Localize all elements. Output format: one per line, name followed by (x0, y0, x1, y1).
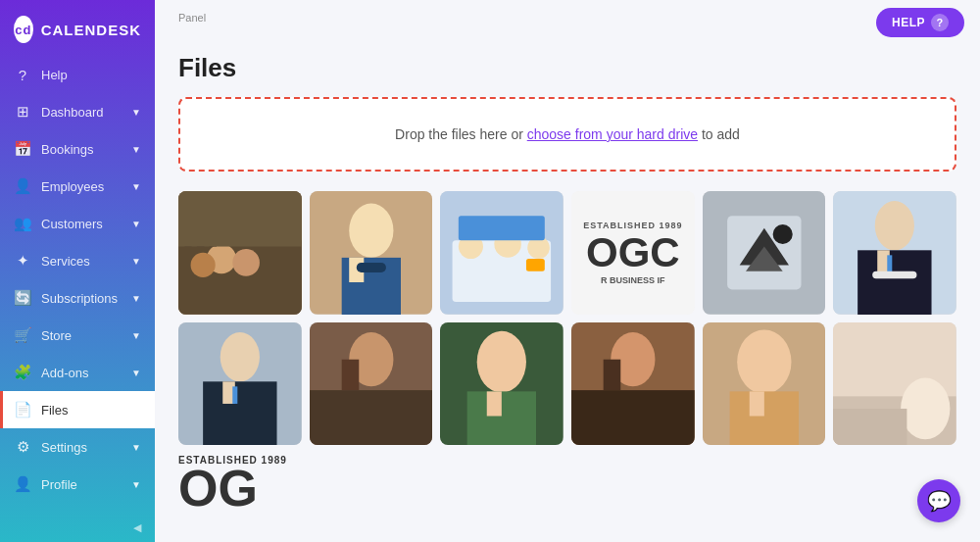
svg-rect-19 (459, 216, 545, 240)
help-label: HELP (892, 16, 925, 29)
svg-rect-40 (310, 390, 433, 446)
sidebar-item-label: Profile (41, 477, 77, 492)
image-cell[interactable] (178, 322, 302, 446)
svg-point-33 (220, 332, 260, 381)
image-cell[interactable] (178, 191, 302, 315)
sidebar-item-profile[interactable]: 👤 Profile ▼ (0, 466, 155, 503)
image-cell[interactable] (571, 322, 695, 446)
chevron-down-icon: ▼ (131, 144, 141, 155)
files-icon: 📄 (14, 401, 31, 419)
image-cell[interactable] (440, 191, 564, 315)
svg-rect-28 (858, 250, 931, 314)
svg-point-42 (477, 330, 526, 392)
dropzone[interactable]: Drop the files here or choose from your … (178, 97, 956, 172)
image-cell[interactable] (703, 322, 826, 446)
customers-icon: 👥 (14, 215, 31, 232)
svg-rect-34 (203, 381, 276, 445)
main-content: Panel Files Drop the files here or choos… (155, 0, 980, 542)
svg-rect-39 (341, 359, 359, 389)
image-cell[interactable] (310, 322, 433, 446)
svg-point-27 (875, 201, 914, 250)
logo-sub: R BUSINESS IF (601, 275, 665, 285)
dropzone-text-before: Drop the files here or (395, 126, 527, 142)
svg-rect-48 (571, 390, 695, 446)
image-grid: ESTABLISHED 1989 OGC R BUSINESS IF (178, 191, 956, 445)
image-cell[interactable] (833, 322, 956, 446)
services-icon: ✦ (14, 252, 31, 270)
chevron-down-icon: ▼ (131, 256, 141, 267)
help-circle-icon: ? (931, 14, 949, 31)
svg-rect-52 (749, 391, 763, 416)
dropzone-text-after: to add (698, 126, 740, 142)
sidebar-item-label: Help (41, 68, 68, 82)
svg-point-3 (232, 249, 260, 276)
app-name: CALENDESK (41, 22, 141, 38)
sidebar: cd CALENDESK ? Help ⊞ Dashboard ▼ 📅 Book… (0, 0, 155, 542)
svg-rect-13 (356, 263, 385, 272)
bottom-logo-section: ESTABLISHED 1989 OG (178, 455, 287, 512)
svg-point-50 (737, 329, 791, 393)
chevron-down-icon: ▼ (131, 181, 141, 192)
addons-icon: 🧩 (14, 364, 31, 381)
svg-rect-47 (604, 359, 621, 389)
svg-rect-44 (487, 391, 502, 416)
help-button[interactable]: HELP ? (876, 8, 964, 37)
image-cell[interactable] (703, 191, 826, 315)
employees-icon: 👤 (14, 177, 31, 195)
image-cell[interactable] (833, 191, 956, 315)
dashboard-icon: ⊞ (14, 103, 31, 121)
svg-point-10 (349, 204, 393, 258)
chevron-down-icon: ▼ (131, 442, 141, 453)
svg-point-4 (191, 253, 216, 277)
dropzone-link[interactable]: choose from your hard drive (527, 126, 698, 142)
sidebar-collapse[interactable]: ◀ (0, 514, 155, 542)
svg-rect-20 (526, 259, 545, 271)
page-title: Files (178, 53, 956, 83)
svg-rect-56 (833, 409, 906, 446)
chevron-down-icon: ▼ (131, 107, 141, 118)
sidebar-item-label: Subscriptions (41, 291, 118, 306)
sidebar-item-label: Customers (41, 217, 103, 231)
sidebar-item-label: Add-ons (41, 366, 88, 380)
sidebar-item-bookings[interactable]: 📅 Bookings ▼ (0, 130, 155, 168)
settings-icon: ⚙ (14, 438, 31, 456)
sidebar-item-addons[interactable]: 🧩 Add-ons ▼ (0, 354, 155, 391)
sidebar-item-files[interactable]: 📄 Files (0, 391, 155, 428)
sidebar-item-settings[interactable]: ⚙ Settings ▼ (0, 428, 155, 466)
logo-big: OGC (586, 232, 680, 273)
image-cell[interactable] (310, 191, 433, 315)
sidebar-item-services[interactable]: ✦ Services ▼ (0, 242, 155, 279)
sidebar-item-employees[interactable]: 👤 Employees ▼ (0, 168, 155, 205)
chevron-down-icon: ▼ (131, 368, 141, 378)
chevron-down-icon: ▼ (131, 330, 141, 341)
image-cell[interactable] (440, 322, 564, 446)
sidebar-item-customers[interactable]: 👥 Customers ▼ (0, 205, 155, 242)
svg-point-25 (772, 224, 792, 244)
sidebar-item-label: Bookings (41, 142, 93, 157)
svg-rect-30 (888, 255, 893, 272)
sidebar-item-subscriptions[interactable]: 🔄 Subscriptions ▼ (0, 279, 155, 317)
svg-point-55 (901, 377, 950, 439)
chat-button[interactable]: 💬 (917, 479, 960, 522)
store-icon: 🛒 (14, 326, 31, 344)
sidebar-item-help[interactable]: ? Help (0, 57, 155, 93)
chevron-down-icon: ▼ (131, 293, 141, 304)
sidebar-item-label: Dashboard (41, 105, 104, 120)
chevron-down-icon: ▼ (131, 479, 141, 490)
subscriptions-icon: 🔄 (14, 289, 31, 307)
sidebar-item-label: Employees (41, 179, 104, 194)
app-logo[interactable]: cd CALENDESK (0, 0, 155, 57)
sidebar-item-label: Files (41, 403, 68, 418)
logo-icon: cd (14, 16, 33, 43)
sidebar-item-label: Store (41, 328, 72, 343)
chevron-down-icon: ▼ (131, 219, 141, 229)
profile-icon: 👤 (14, 475, 31, 493)
image-cell-logo[interactable]: ESTABLISHED 1989 OGC R BUSINESS IF (571, 191, 695, 315)
svg-rect-8 (178, 191, 302, 247)
bottom-logo-big: OG (178, 466, 287, 512)
help-icon: ? (14, 67, 31, 83)
chat-icon: 💬 (927, 489, 952, 513)
sidebar-item-store[interactable]: 🛒 Store ▼ (0, 317, 155, 354)
sidebar-item-dashboard[interactable]: ⊞ Dashboard ▼ (0, 93, 155, 130)
bookings-icon: 📅 (14, 140, 31, 158)
